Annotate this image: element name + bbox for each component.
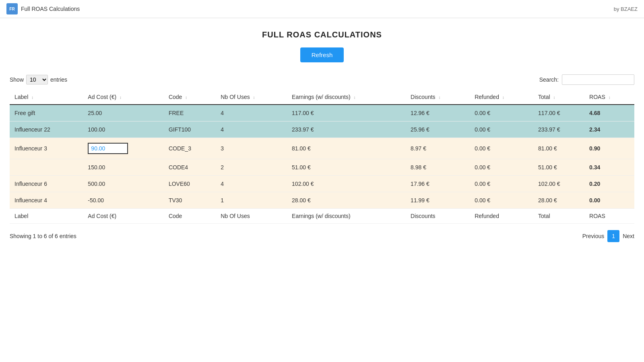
cell-earnings: 81.00 € — [287, 138, 406, 159]
footer-roas: ROAS — [584, 209, 634, 224]
cell-roas: 0.20 — [584, 176, 634, 192]
table-row: Influenceur 22100.00GIFT1004233.97 €25.9… — [10, 121, 634, 138]
cell-label: Influenceur 22 — [10, 121, 83, 138]
entries-select[interactable]: 10 25 50 100 — [26, 75, 48, 84]
footer-nb-uses: Nb Of Uses — [216, 209, 287, 224]
cell-refunded: 0.00 € — [470, 121, 533, 138]
cell-discounts: 25.96 € — [406, 121, 470, 138]
sort-label-icon: ↕ — [31, 95, 33, 100]
table-row: Influenceur 4-50.00TV30128.00 €11.99 €0.… — [10, 192, 634, 209]
sort-nbuses-icon: ↕ — [253, 95, 255, 100]
footer-earnings: Earnings (w/ discounts) — [287, 209, 406, 224]
cell-refunded: 0.00 € — [470, 159, 533, 176]
app-header: FR Full ROAS Calculations by BZAEZ — [0, 0, 644, 18]
table-footer: Showing 1 to 6 of 6 entries Previous 1 N… — [10, 230, 634, 242]
search-input[interactable] — [562, 74, 634, 85]
cell-label: Influenceur 3 — [10, 138, 83, 159]
col-header-code[interactable]: Code ↕ — [164, 90, 216, 105]
footer-ad-cost: Ad Cost (€) — [83, 209, 164, 224]
cell-discounts: 11.99 € — [406, 192, 470, 209]
col-header-earnings[interactable]: Earnings (w/ discounts) ↕ — [287, 90, 406, 105]
cell-discounts: 17.96 € — [406, 176, 470, 192]
cell-code: FREE — [164, 105, 216, 121]
footer-code: Code — [164, 209, 216, 224]
sort-adcost-icon: ↕ — [120, 95, 122, 100]
table-row: 150.00CODE4251.00 €8.98 €0.00 €51.00 €0.… — [10, 159, 634, 176]
cell-code: LOVE60 — [164, 176, 216, 192]
page-number-1[interactable]: 1 — [607, 230, 619, 242]
app-by-label: by BZAEZ — [614, 6, 638, 12]
cell-earnings: 102.00 € — [287, 176, 406, 192]
col-header-nb-uses[interactable]: Nb Of Uses ↕ — [216, 90, 287, 105]
cell-roas: 0.90 — [584, 138, 634, 159]
cell-earnings: 51.00 € — [287, 159, 406, 176]
cell-discounts: 8.98 € — [406, 159, 470, 176]
cell-roas: 0.00 — [584, 192, 634, 209]
cell-nb_uses: 4 — [216, 176, 287, 192]
refresh-container: Refresh — [10, 47, 634, 62]
cell-ad_cost: 25.00 — [83, 105, 164, 121]
cell-ad_cost: 150.00 — [83, 159, 164, 176]
cell-ad_cost[interactable] — [83, 138, 164, 159]
cell-total: 102.00 € — [533, 176, 584, 192]
show-label: Show — [10, 76, 24, 83]
col-header-refunded[interactable]: Refunded ↕ — [470, 90, 533, 105]
cell-total: 117.00 € — [533, 105, 584, 121]
page-title: FULL ROAS CALCULATIONS — [10, 30, 634, 39]
cell-refunded: 0.00 € — [470, 176, 533, 192]
cell-label: Influenceur 4 — [10, 192, 83, 209]
table-header-row: Label ↕ Ad Cost (€) ↕ Code ↕ Nb Of Uses … — [10, 90, 634, 105]
col-header-discounts[interactable]: Discounts ↕ — [406, 90, 470, 105]
cell-total: 51.00 € — [533, 159, 584, 176]
footer-discounts: Discounts — [406, 209, 470, 224]
col-header-label[interactable]: Label ↕ — [10, 90, 83, 105]
footer-label: Label — [10, 209, 83, 224]
cell-total: 233.97 € — [533, 121, 584, 138]
cell-earnings: 233.97 € — [287, 121, 406, 138]
cell-refunded: 0.00 € — [470, 138, 533, 159]
footer-refunded: Refunded — [470, 209, 533, 224]
cell-ad_cost: 100.00 — [83, 121, 164, 138]
previous-button[interactable]: Previous — [582, 233, 604, 239]
cell-refunded: 0.00 € — [470, 105, 533, 121]
cell-roas: 2.34 — [584, 121, 634, 138]
col-header-roas[interactable]: ROAS ↕ — [584, 90, 634, 105]
sort-roas-icon: ↕ — [609, 95, 611, 100]
table-row: Influenceur 6500.00LOVE604102.00 €17.96 … — [10, 176, 634, 192]
data-table: Label ↕ Ad Cost (€) ↕ Code ↕ Nb Of Uses … — [10, 90, 634, 224]
cell-earnings: 117.00 € — [287, 105, 406, 121]
cell-label — [10, 159, 83, 176]
table-footer-row: Label Ad Cost (€) Code Nb Of Uses Earnin… — [10, 209, 634, 224]
sort-refunded-icon: ↕ — [502, 95, 504, 100]
next-button[interactable]: Next — [623, 233, 634, 239]
cell-discounts: 8.97 € — [406, 138, 470, 159]
table-row: Free gift25.00FREE4117.00 €12.96 €0.00 €… — [10, 105, 634, 121]
refresh-button[interactable]: Refresh — [300, 47, 344, 62]
pagination: Previous 1 Next — [582, 230, 634, 242]
ad-cost-input[interactable] — [88, 143, 128, 154]
cell-nb_uses: 4 — [216, 105, 287, 121]
table-controls: Show 10 25 50 100 entries Search: — [10, 74, 634, 85]
cell-nb_uses: 4 — [216, 121, 287, 138]
show-entries-control: Show 10 25 50 100 entries — [10, 75, 67, 84]
sort-discounts-icon: ↕ — [438, 95, 440, 100]
cell-nb_uses: 2 — [216, 159, 287, 176]
search-control: Search: — [539, 74, 634, 85]
col-header-ad-cost[interactable]: Ad Cost (€) ↕ — [83, 90, 164, 105]
sort-total-icon: ↕ — [553, 95, 555, 100]
table-row: Influenceur 3CODE_3381.00 €8.97 €0.00 €8… — [10, 138, 634, 159]
cell-refunded: 0.00 € — [470, 192, 533, 209]
cell-ad_cost: 500.00 — [83, 176, 164, 192]
col-header-total[interactable]: Total ↕ — [533, 90, 584, 105]
cell-total: 28.00 € — [533, 192, 584, 209]
cell-discounts: 12.96 € — [406, 105, 470, 121]
sort-earnings-icon: ↕ — [353, 95, 355, 100]
app-header-left: FR Full ROAS Calculations — [6, 3, 80, 14]
cell-label: Free gift — [10, 105, 83, 121]
cell-code: CODE_3 — [164, 138, 216, 159]
showing-entries-text: Showing 1 to 6 of 6 entries — [10, 233, 76, 239]
app-title: Full ROAS Calculations — [21, 6, 80, 12]
cell-total: 81.00 € — [533, 138, 584, 159]
cell-code: GIFT100 — [164, 121, 216, 138]
cell-code: TV30 — [164, 192, 216, 209]
